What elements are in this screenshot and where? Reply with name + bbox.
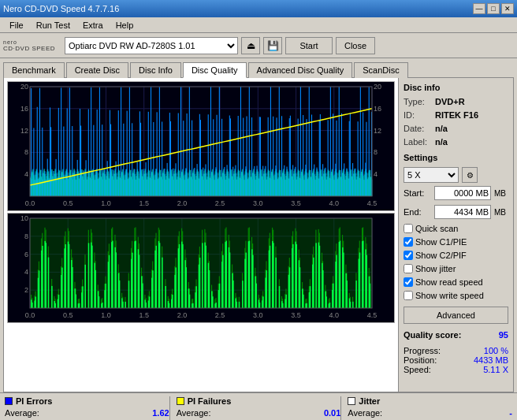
close-button[interactable]: Close <box>336 37 375 54</box>
menu-run-test[interactable]: Run Test <box>30 19 76 32</box>
pi-errors-avg-value: 1.62 <box>152 408 169 418</box>
pi-failures-avg: Average: 0.01 <box>177 408 341 418</box>
chart-area <box>4 78 398 392</box>
maximize-button[interactable]: □ <box>487 3 500 14</box>
show-c2pif-checkbox[interactable] <box>404 251 413 260</box>
pi-failures-chart <box>7 213 395 323</box>
main-content: Disc info Type: DVD+R ID: RITEK F16 Date… <box>3 77 514 392</box>
show-c2pif-label: Show C2/PIF <box>415 251 467 260</box>
window-controls[interactable]: — □ ✕ <box>473 3 514 14</box>
quality-score-row: Quality score: 95 <box>404 330 508 340</box>
show-read-speed-label: Show read speed <box>415 277 483 287</box>
progress-section: Progress: 100 % Position: 4433 MB Speed:… <box>404 346 508 374</box>
menu-file[interactable]: File <box>3 19 30 32</box>
pi-failures-header: PI Failures <box>177 396 341 406</box>
show-c1pie-label: Show C1/PIE <box>415 237 467 247</box>
disc-id-label: ID: <box>404 110 435 120</box>
speed-row: 5 X ⚙ <box>404 167 508 183</box>
speed-label: Speed: <box>404 365 431 374</box>
pi-errors-title: PI Errors <box>16 396 52 406</box>
show-jitter-checkbox[interactable] <box>404 264 413 273</box>
disc-type-row: Type: DVD+R <box>404 97 508 106</box>
jitter-dot <box>348 397 355 405</box>
minimize-button[interactable]: — <box>473 3 485 14</box>
disc-id-row: ID: RITEK F16 <box>404 110 508 120</box>
show-write-speed-row: Show write speed <box>404 291 508 300</box>
pi-errors-avg: Average: 1.62 <box>5 408 169 418</box>
drive-select[interactable]: Optiarc DVD RW AD-7280S 1.01 <box>65 37 238 54</box>
advanced-button[interactable]: Advanced <box>404 307 508 324</box>
pi-failures-avg-label: Average: <box>177 408 211 418</box>
jitter-avg: Average: - <box>348 408 512 418</box>
menu-extra[interactable]: Extra <box>76 19 110 32</box>
title-bar: Nero CD-DVD Speed 4.7.7.16 — □ ✕ <box>0 0 517 17</box>
show-c1pie-checkbox[interactable] <box>404 237 413 247</box>
save-icon[interactable]: 💾 <box>263 37 282 54</box>
stats-bar: PI Errors Average: 1.62 Maximum: 11 Tota… <box>0 392 517 420</box>
disc-info-title: Disc info <box>404 83 508 92</box>
pi-errors-stats: PI Errors Average: 1.62 Maximum: 11 Tota… <box>5 396 169 420</box>
jitter-title: Jitter <box>359 396 380 406</box>
pi-errors-avg-label: Average: <box>5 408 39 418</box>
jitter-header: Jitter <box>348 396 512 406</box>
disc-label-row: Label: n/a <box>404 137 508 147</box>
quick-scan-row: Quick scan <box>404 224 508 233</box>
tab-create-disc[interactable]: Create Disc <box>66 62 128 78</box>
quick-scan-checkbox[interactable] <box>404 224 413 233</box>
settings-icon[interactable]: ⚙ <box>462 167 478 183</box>
tab-benchmark[interactable]: Benchmark <box>3 62 65 78</box>
progress-value: 100 % <box>484 346 508 355</box>
eject-icon[interactable]: ⏏ <box>241 37 260 54</box>
pi-failures-dot <box>177 397 184 405</box>
start-input[interactable] <box>434 186 491 200</box>
show-read-speed-checkbox[interactable] <box>404 277 413 287</box>
end-input[interactable] <box>434 205 491 219</box>
tab-disc-info[interactable]: Disc Info <box>130 62 181 78</box>
quality-score-value: 95 <box>499 330 508 340</box>
pi-failures-avg-value: 0.01 <box>324 408 340 418</box>
jitter-stats: Jitter Average: - Maximum: - PO failures… <box>340 396 512 420</box>
close-window-button[interactable]: ✕ <box>501 3 514 14</box>
disc-date-label: Date: <box>404 124 435 133</box>
end-range-row: End: MB <box>404 205 508 219</box>
tab-advanced-disc-quality[interactable]: Advanced Disc Quality <box>248 62 353 78</box>
quick-scan-label: Quick scan <box>415 224 458 233</box>
show-write-speed-label: Show write speed <box>415 291 484 300</box>
disc-type-value: DVD+R <box>435 97 465 106</box>
start-button[interactable]: Start <box>285 37 333 54</box>
start-label: Start: <box>404 188 431 198</box>
quality-score-label: Quality score: <box>404 330 461 340</box>
jitter-avg-label: Average: <box>348 408 382 418</box>
toolbar: nero CD·DVD SPEED Optiarc DVD RW AD-7280… <box>0 33 517 58</box>
position-value: 4433 MB <box>474 355 508 365</box>
tab-scan-disc[interactable]: ScanDisc <box>354 62 407 78</box>
menu-help[interactable]: Help <box>110 19 140 32</box>
disc-label-value: n/a <box>435 137 448 147</box>
menu-bar: File Run Test Extra Help <box>0 17 517 33</box>
position-label: Position: <box>404 355 437 365</box>
show-jitter-label: Show jitter <box>415 264 456 273</box>
show-write-speed-checkbox[interactable] <box>404 291 413 300</box>
show-read-speed-row: Show read speed <box>404 277 508 287</box>
pi-failures-title: PI Failures <box>188 396 232 406</box>
show-c1pie-row: Show C1/PIE <box>404 237 508 247</box>
show-jitter-row: Show jitter <box>404 264 508 273</box>
position-row: Position: 4433 MB <box>404 355 508 365</box>
speed-row-progress: Speed: 5.11 X <box>404 365 508 374</box>
progress-row: Progress: 100 % <box>404 346 508 355</box>
pi-errors-chart <box>7 81 395 211</box>
right-panel: Disc info Type: DVD+R ID: RITEK F16 Date… <box>398 78 513 392</box>
speed-value: 5.11 X <box>483 365 508 374</box>
nero-logo: nero CD·DVD SPEED <box>3 39 55 52</box>
app-title: Nero CD-DVD Speed 4.7.7.16 <box>3 4 119 13</box>
jitter-avg-value: - <box>509 408 512 418</box>
pi-failures-stats: PI Failures Average: 0.01 Maximum: 9 Tot… <box>169 396 341 420</box>
speed-select[interactable]: 5 X <box>404 167 459 183</box>
show-c2pif-row: Show C2/PIF <box>404 251 508 260</box>
progress-label: Progress: <box>404 346 441 355</box>
disc-date-row: Date: n/a <box>404 124 508 133</box>
disc-id-value: RITEK F16 <box>435 110 478 120</box>
disc-date-value: n/a <box>435 124 448 133</box>
tabs: Benchmark Create Disc Disc Info Disc Qua… <box>0 58 517 77</box>
tab-disc-quality[interactable]: Disc Quality <box>183 62 247 78</box>
